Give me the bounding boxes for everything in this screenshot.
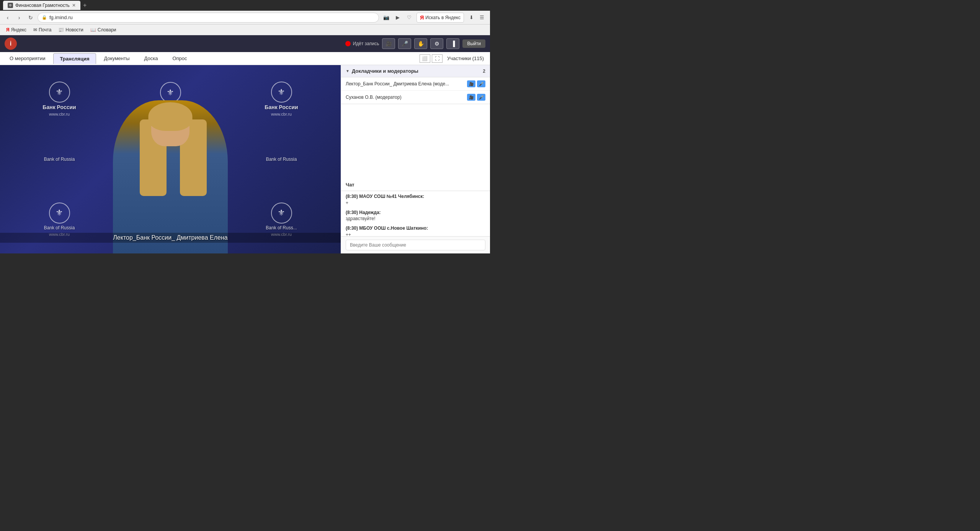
bookmark-yandex[interactable]: Я Яндекс (3, 26, 29, 33)
yandex-search-box[interactable]: Я Искать в Яндекс (416, 13, 464, 23)
yandex-bookmark-icon: Я (6, 27, 10, 33)
back-button[interactable]: ‹ (3, 13, 12, 22)
speaker-person (109, 93, 232, 253)
logo-text: i (10, 40, 11, 47)
presenter-item-0: Лектор_Банк России_ Дмитриева Елена (мод… (341, 77, 490, 91)
download-icon[interactable]: ⬇ (466, 13, 476, 23)
chat-text-1: здравствуйте! (346, 216, 376, 221)
tab-close-button[interactable]: ✕ (72, 3, 76, 8)
chat-message-0: (8:30) МАОУ СОШ №41 Челябинск: + (346, 193, 485, 206)
refresh-button[interactable]: ↻ (26, 13, 35, 22)
presenter-list: Лектор_Банк России_ Дмитриева Елена (мод… (341, 77, 490, 104)
chat-sender-0: (8:30) МАОУ СОШ №41 Челябинск: (346, 194, 424, 199)
speaker-label: Лектор_Банк России_ Дмитриева Елена (0, 233, 341, 243)
forward-button[interactable]: › (15, 13, 24, 22)
bookmarks-bar: Я Яндекс ✉ Почта 📰 Новости 📖 Словари (0, 25, 490, 35)
content-area: ⚜ Банк России www.cbr.ru ⚜ Bank of Russi… (0, 65, 490, 253)
fullscreen-buttons: ⬜ ⛶ (420, 54, 443, 63)
presenter-mic-icon-1[interactable]: 🎤 (477, 94, 485, 101)
bookmark-news-label: Новости (65, 27, 83, 33)
bookmark-dict[interactable]: 📖 Словари (87, 26, 119, 33)
empty-space (341, 104, 490, 179)
address-bar[interactable]: 🔒 fg.imind.ru (38, 13, 379, 23)
bank-url-1: www.cbr.ru (49, 112, 70, 116)
bookmark-dict-label: Словари (98, 27, 116, 33)
bank-text-ru-1: Банк России (42, 104, 76, 110)
play-icon[interactable]: ▶ (393, 13, 403, 23)
tab-about[interactable]: О мероприятии (3, 53, 52, 64)
presenter-item-1: Суханов О.В. (модератор) 🎥 🎤 (341, 91, 490, 104)
participants-count: Участники (115) (444, 56, 487, 61)
recording-indicator: Идёт запись (345, 41, 379, 46)
chat-text-2: ++ (346, 232, 351, 236)
recording-dot (345, 41, 351, 46)
tab-poll[interactable]: Опрос (166, 53, 193, 64)
url-text: fg.imind.ru (49, 15, 73, 20)
presenters-section-header: ▼ Докладчики и модераторы 2 (341, 65, 490, 77)
bookmark-mail[interactable]: ✉ Почта (30, 26, 54, 33)
presenter-mic-icon-0[interactable]: 🎤 (477, 80, 485, 87)
right-sidebar: ▼ Докладчики и модераторы 2 Лектор_Банк … (341, 65, 490, 253)
window-mode-button[interactable]: ⬜ (420, 54, 430, 63)
tab-favicon: Ф (8, 3, 13, 8)
tab-documents[interactable]: Документы (98, 53, 136, 64)
address-right-icons: 📷 ▶ ♡ (381, 13, 414, 23)
bg-cell-3: ⚜ Банк России www.cbr.ru (226, 69, 337, 129)
mic-button[interactable]: 🎤 (398, 38, 411, 49)
chat-input[interactable] (346, 240, 485, 250)
person-silhouette (113, 100, 228, 253)
presenter-name-1: Суханов О.В. (модератор) (346, 95, 464, 100)
presenter-icons-0: 🎥 🎤 (467, 80, 485, 87)
hand-button[interactable]: ✋ (414, 38, 427, 49)
menu-icon[interactable]: ☰ (477, 13, 487, 23)
extension-icons: ⬇ ☰ (466, 13, 487, 23)
bg-cell-4: Bank of Russia (4, 129, 115, 189)
chat-header: Чат (341, 179, 490, 191)
bank-text-en-6: Bank of Russia (266, 157, 297, 162)
sidebar-toggle-button[interactable]: ▐ (446, 38, 459, 49)
tab-bar: Ф Финансовая Грамотность ✕ + (0, 0, 490, 11)
camera-button[interactable]: 🎥 (382, 38, 395, 49)
new-tab-button[interactable]: + (80, 1, 90, 10)
chat-message-2: (8:30) МБОУ ООШ с.Новое Шаткино: ++ (346, 225, 485, 236)
app-logo: i (5, 38, 17, 50)
lock-icon: 🔒 (42, 15, 47, 20)
chat-messages: (8:30) МАОУ СОШ №41 Челябинск: + (8:30) … (341, 191, 490, 236)
video-background: ⚜ Банк России www.cbr.ru ⚜ Bank of Russi… (0, 65, 341, 253)
bank-logo-3: ⚜ (271, 82, 292, 103)
bank-text-ru-3: Банк России (265, 104, 298, 110)
section-arrow-icon: ▼ (346, 69, 350, 73)
settings-button[interactable]: ⚙ (430, 38, 443, 49)
fullscreen-button[interactable]: ⛶ (432, 54, 443, 63)
tab-broadcast[interactable]: Трансляция (53, 53, 96, 64)
bank-logo-7: ⚜ (49, 203, 70, 224)
bank-logo-9: ⚜ (271, 203, 292, 224)
address-bar-row: ‹ › ↻ 🔒 fg.imind.ru 📷 ▶ ♡ Я Искать в Янд… (0, 11, 490, 25)
presenter-video-icon-1[interactable]: 🎥 (467, 94, 475, 101)
bg-cell-1: ⚜ Банк России www.cbr.ru (4, 69, 115, 129)
bg-cell-6: Bank of Russia (226, 129, 337, 189)
chat-text-0: + (346, 200, 348, 206)
presenter-video-icon-0[interactable]: 🎥 (467, 80, 475, 87)
tab-title: Финансовая Грамотность (15, 3, 70, 8)
chat-sender-1: (8:30) Надежда: (346, 210, 381, 215)
bank-text-en-7: Bank of Russia (44, 225, 75, 230)
heart-icon[interactable]: ♡ (404, 13, 414, 23)
bank-logo-1: ⚜ (49, 82, 70, 103)
mail-bookmark-icon: ✉ (33, 27, 37, 33)
chat-message-1: (8:30) Надежда: здравствуйте! (346, 209, 485, 222)
exit-button[interactable]: Выйти (462, 39, 485, 48)
presenters-header-label: Докладчики и модераторы (352, 68, 418, 74)
video-area: ⚜ Банк России www.cbr.ru ⚜ Bank of Russi… (0, 65, 341, 253)
bank-text-en-4: Bank of Russia (44, 157, 75, 162)
active-tab[interactable]: Ф Финансовая Грамотность ✕ (3, 1, 80, 10)
presenter-icons-1: 🎥 🎤 (467, 94, 485, 101)
bank-text-en-9: Bank of Russ... (266, 225, 297, 230)
app-container: i Идёт запись 🎥 🎤 ✋ ⚙ ▐ Выйти О мероприя… (0, 35, 490, 253)
bookmark-news[interactable]: 📰 Новости (55, 26, 86, 33)
screenshot-icon[interactable]: 📷 (381, 13, 391, 23)
recording-label: Идёт запись (353, 41, 379, 46)
yandex-y-icon: Я (420, 15, 424, 21)
tab-board[interactable]: Доска (138, 53, 165, 64)
dict-bookmark-icon: 📖 (90, 27, 96, 33)
